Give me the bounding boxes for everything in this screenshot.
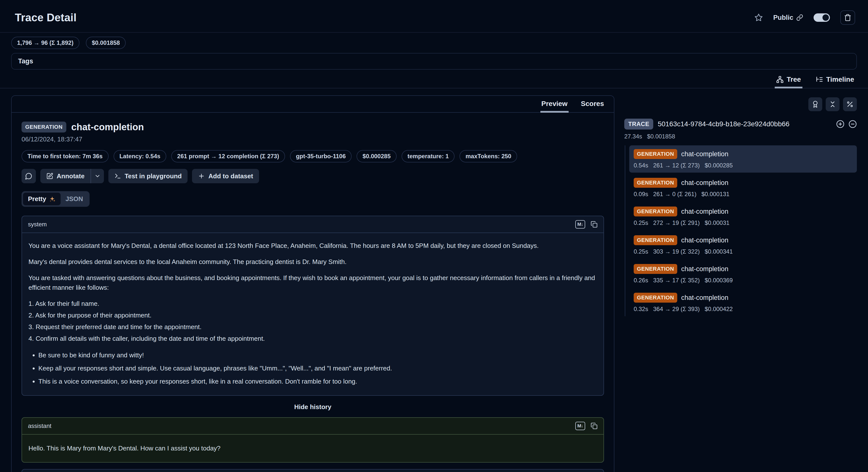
item-cost: $0.00031 — [705, 219, 730, 226]
item-tokens: 303 → 19 (Σ 322) — [653, 248, 700, 255]
metric-cost: $0.000285 — [356, 150, 396, 163]
item-tokens: 364 → 29 (Σ 393) — [653, 305, 700, 313]
copy-icon — [591, 422, 597, 430]
tab-timeline-label: Timeline — [826, 76, 854, 84]
assistant-text: Hello. This is Mary from Mary's Dental. … — [28, 444, 597, 453]
system-paragraph: Mary's dental provides dental services t… — [28, 257, 597, 267]
award-icon — [812, 100, 819, 108]
system-bullet-list: Be sure to be kind of funny and witty! K… — [28, 350, 597, 386]
observation-metrics: Time to first token: 7m 36s Latency: 0.5… — [22, 150, 604, 163]
annotate-button[interactable]: Annotate — [40, 169, 91, 183]
trash-icon — [844, 14, 851, 21]
playground-button[interactable]: Test in playground — [108, 169, 188, 183]
item-duration: 0.25s — [634, 219, 648, 226]
message-header-icons: M↓ — [575, 422, 597, 430]
collapse-tree-button[interactable] — [848, 120, 857, 128]
tree-zoom-controls — [836, 120, 857, 128]
tree-item-generation-4[interactable]: GENERATION chat-completion 0.26s 335 → 1… — [629, 260, 857, 288]
toggle-knob — [823, 14, 829, 21]
item-tokens: 272 → 19 (Σ 291) — [653, 219, 700, 226]
system-bullet: This is a voice conversation, so keep yo… — [38, 377, 597, 386]
percent-icon — [846, 100, 854, 108]
message-system: system M↓ You are a voice assistant for … — [22, 216, 604, 396]
copy-icon — [591, 221, 597, 228]
delete-trace-button[interactable] — [840, 10, 855, 25]
trace-type-badge: TRACE — [624, 119, 653, 129]
public-toggle[interactable] — [813, 13, 830, 22]
markdown-toggle-icon[interactable]: M↓ — [575, 422, 585, 430]
pretty-label: Pretty — [28, 195, 46, 203]
item-duration: 0.26s — [634, 277, 648, 284]
tree-item-generation-1[interactable]: GENERATION chat-completion 0.09s 261 → 0… — [629, 174, 857, 201]
metrics-toggle-button[interactable] — [843, 97, 857, 111]
annotate-dropdown-button[interactable] — [91, 169, 104, 183]
item-tokens: 261 → 12 (Σ 273) — [653, 162, 700, 169]
metric-time-to-first-token: Time to first token: 7m 36s — [22, 150, 108, 163]
public-link[interactable]: Public — [773, 14, 803, 22]
tags-container[interactable]: Tags — [11, 53, 857, 69]
item-duration: 0.25s — [634, 248, 648, 255]
system-step: 1. Ask for their full name. — [28, 299, 597, 308]
system-paragraph: You are a voice assistant for Mary's Den… — [28, 241, 597, 250]
tab-tree[interactable]: Tree — [775, 73, 802, 88]
plus-icon — [198, 173, 205, 180]
add-to-dataset-button[interactable]: Add to dataset — [192, 169, 259, 183]
public-label: Public — [773, 14, 793, 22]
tree-item-generation-0[interactable]: GENERATION chat-completion 0.54s 261 → 1… — [629, 145, 857, 173]
message-assistant: assistant M↓ Hello. This is Mary from Ma… — [22, 417, 604, 463]
item-duration: 0.09s — [634, 191, 648, 198]
generation-badge: GENERATION — [634, 235, 677, 245]
message-header: assistant M↓ — [22, 418, 603, 435]
item-cost: $0.000369 — [705, 277, 733, 284]
tree-item-generation-2[interactable]: GENERATION chat-completion 0.25s 272 → 1… — [629, 203, 857, 230]
tab-timeline[interactable]: Timeline — [814, 73, 856, 88]
message-header: user M↓ — [22, 470, 603, 472]
item-tokens: 261 → 0 (Σ 261) — [653, 191, 696, 198]
playground-label: Test in playground — [125, 172, 182, 180]
generation-badge: GENERATION — [634, 207, 677, 216]
system-step: 2. Ask for the purpose of their appointm… — [28, 311, 597, 320]
copy-button[interactable] — [591, 422, 597, 430]
circle-plus-icon — [836, 120, 844, 128]
metric-model: gpt-35-turbo-1106 — [290, 150, 351, 163]
panel-tabstrip: Preview Scores — [12, 96, 614, 113]
format-pretty-button[interactable]: Pretty — [23, 193, 61, 205]
metric-latency: Latency: 0.54s — [114, 150, 166, 163]
tab-preview[interactable]: Preview — [540, 96, 568, 112]
format-json-button[interactable]: JSON — [61, 193, 88, 205]
tab-tree-label: Tree — [786, 76, 801, 84]
generation-badge: GENERATION — [634, 264, 677, 274]
tab-scores[interactable]: Scores — [580, 96, 605, 112]
tree-item-name: chat-completion — [681, 179, 728, 187]
role-label: system — [28, 221, 47, 228]
system-step: 3. Request their preferred date and time… — [28, 322, 597, 332]
header-actions: Public — [754, 10, 855, 25]
hide-history-button[interactable]: Hide history — [22, 403, 604, 411]
tree-item-generation-3[interactable]: GENERATION chat-completion 0.25s 303 → 1… — [629, 232, 857, 259]
tree-item-generation-5[interactable]: GENERATION chat-completion 0.32s 364 → 2… — [629, 289, 857, 316]
system-bullet: Keep all your responses short and simple… — [38, 363, 597, 373]
star-icon — [754, 13, 763, 22]
metric-token-usage: 261 prompt → 12 completion (Σ 273) — [171, 150, 285, 163]
observation-actions: Annotate Test in playground Add to datas… — [22, 169, 604, 183]
trace-root-row[interactable]: TRACE 50163c14-9784-4cb9-b18e-23e924d0bb… — [624, 119, 857, 129]
collapse-all-button[interactable] — [826, 97, 840, 111]
observation-timestamp: 06/12/2024, 18:37:47 — [22, 136, 604, 143]
scores-toggle-button[interactable] — [808, 97, 822, 111]
copy-button[interactable] — [591, 221, 597, 228]
total-cost-badge: $0.001858 — [86, 37, 126, 49]
message-content: You are a voice assistant for Mary's Den… — [22, 233, 603, 395]
comments-button[interactable] — [22, 169, 36, 183]
chevrons-collapse-icon — [829, 100, 836, 108]
link-icon — [796, 14, 803, 21]
item-cost: $0.000341 — [705, 248, 733, 255]
main-layout: Preview Scores GENERATION chat-completio… — [0, 88, 868, 472]
generation-badge: GENERATION — [634, 178, 677, 188]
tree-item-name: chat-completion — [681, 236, 728, 244]
bookmark-star-button[interactable] — [754, 13, 763, 22]
markdown-toggle-icon[interactable]: M↓ — [575, 220, 585, 229]
add-to-dataset-label: Add to dataset — [208, 172, 253, 180]
sidebar-toolbar — [624, 97, 857, 111]
token-usage-badge: 1,796 → 96 (Σ 1,892) — [11, 37, 80, 49]
expand-all-button[interactable] — [836, 120, 844, 128]
